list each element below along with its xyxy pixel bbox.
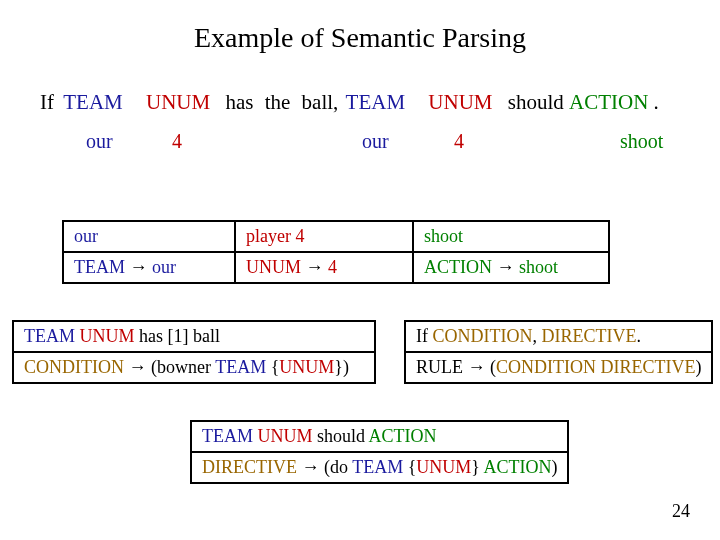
arrow-icon: → [130,257,148,277]
cell: TEAM [215,357,266,377]
word-dot: . [654,90,659,115]
arrow-icon: → [497,257,515,277]
table-row: TEAM → our UNUM → 4 ACTION → shoot [63,252,609,283]
cell: (do [324,457,348,477]
cell: DIRECTIVE [600,357,695,377]
cell: UNUM [258,426,313,446]
word-if: If [40,90,54,115]
table-row: TEAM UNUM has [1] ball [13,321,375,352]
cell: UNUM [416,457,471,477]
cell: . [636,326,641,346]
word-unum-1: UNUM [146,90,210,115]
table-row: DIRECTIVE → (do TEAM {UNUM} ACTION) [191,452,568,483]
table-leaves: our player 4 shoot TEAM → our UNUM → 4 A… [62,220,610,284]
table-row: CONDITION → (bowner TEAM {UNUM}) [13,352,375,383]
word-ball: ball, [302,90,339,115]
arrow-icon: → [301,457,319,477]
cell: ball [193,326,220,346]
cell: ACTION [483,457,551,477]
word-action: ACTION [569,90,648,115]
cell: ) [551,457,557,477]
cell: TEAM [24,326,75,346]
cell: UNUM [80,326,135,346]
sub-four-2: 4 [454,130,464,153]
cell: [1] [168,326,189,346]
cell: DIRECTIVE [202,457,297,477]
cell: TEAM [202,426,253,446]
cell: ) [695,357,701,377]
arrow-icon: → [128,357,146,377]
arrow-icon: → [306,257,324,277]
cell: }) [334,357,349,377]
cell: CONDITION [496,357,596,377]
cell: (bowner [151,357,211,377]
cell: our [74,226,98,246]
table-condition: TEAM UNUM has [1] ball CONDITION → (bown… [12,320,376,384]
cell: TEAM [352,457,403,477]
arrow-icon: → [468,357,486,377]
cell: If [416,326,428,346]
cell: { [271,357,280,377]
sub-shoot: shoot [620,130,663,153]
sub-four-1: 4 [172,130,182,153]
word-unum-2: UNUM [428,90,492,115]
table-directive: TEAM UNUM should ACTION DIRECTIVE → (do … [190,420,569,484]
table-rule: If CONDITION, DIRECTIVE. RULE → (CONDITI… [404,320,713,384]
cell: } [471,457,480,477]
cell: ACTION [424,257,492,277]
cell: , [532,326,537,346]
cell: CONDITION [24,357,124,377]
word-the: the [265,90,291,115]
word-has: has [225,90,253,115]
cell: UNUM [246,257,301,277]
sentence-row: If TEAM UNUM has the ball, TEAM UNUM sho… [40,90,700,115]
cell: RULE [416,357,463,377]
table-row: If CONDITION, DIRECTIVE. [405,321,712,352]
cell: has [139,326,163,346]
cell: player 4 [246,226,304,246]
cell: CONDITION [433,326,533,346]
word-team-1: TEAM [63,90,123,115]
word-team-2: TEAM [346,90,406,115]
sub-our-2: our [362,130,389,153]
page-number: 24 [672,501,690,522]
table-row: our player 4 shoot [63,221,609,252]
cell: shoot [519,257,558,277]
table-row: TEAM UNUM should ACTION [191,421,568,452]
cell: UNUM [279,357,334,377]
cell: ACTION [369,426,437,446]
cell: should [317,426,365,446]
cell: 4 [328,257,337,277]
cell: TEAM [74,257,125,277]
cell: shoot [424,226,463,246]
table-row: RULE → (CONDITION DIRECTIVE) [405,352,712,383]
cell: our [152,257,176,277]
slide-title: Example of Semantic Parsing [0,22,720,54]
cell: DIRECTIVE [541,326,636,346]
sub-our-1: our [86,130,113,153]
word-should: should [508,90,564,115]
